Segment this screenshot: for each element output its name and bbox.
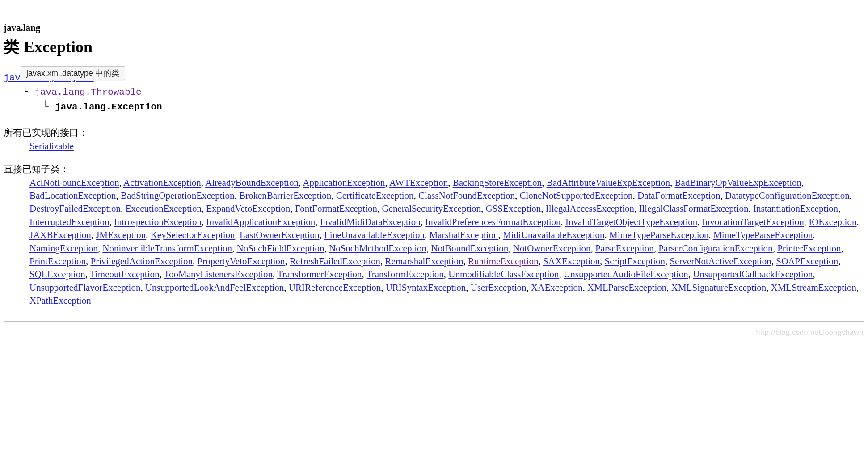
subclass-link[interactable]: XMLSignatureException [671, 282, 766, 293]
subclass-link[interactable]: UnmodifiableClassException [448, 269, 559, 280]
subclass-link[interactable]: InvalidMidiDataException [320, 217, 421, 227]
subclass-link[interactable]: KeySelectorException [151, 230, 235, 240]
subclass-link[interactable]: IllegalClassFormatException [639, 203, 749, 214]
subclass-link[interactable]: MarshalException [430, 230, 498, 240]
inheritance-link-throwable[interactable]: java.lang.Throwable [34, 87, 141, 97]
subclass-link[interactable]: GSSException [486, 203, 541, 214]
subclass-link[interactable]: DestroyFailedException [29, 203, 121, 214]
page-title: 类 Exception [4, 36, 864, 58]
subclass-link[interactable]: DatatypeConfigurationException [725, 190, 850, 201]
subclass-link[interactable]: PrinterException [777, 243, 841, 254]
subclass-link[interactable]: UnsupportedFlavorException [29, 282, 140, 293]
subclass-link[interactable]: ScriptException [605, 256, 665, 267]
javadoc-page: javax.xml.datatype 中的类 java.lang 类 Excep… [0, 0, 868, 339]
subclass-link[interactable]: NotBoundException [431, 243, 509, 254]
subclass-link[interactable]: DataFormatException [637, 190, 720, 201]
subclass-link[interactable]: PrivilegedActionException [90, 256, 193, 267]
watermark-text: http://blog.csdn.net/loongshawn [756, 329, 864, 337]
package-label: java.lang [4, 22, 864, 33]
subclass-link[interactable]: BadAttributeValueExpException [547, 177, 670, 188]
interface-link[interactable]: Serializable [29, 141, 74, 151]
subclass-link[interactable]: InstantiationException [753, 203, 838, 214]
subclass-link[interactable]: ApplicationException [303, 177, 385, 188]
subclass-link[interactable]: CloneNotSupportedException [519, 190, 632, 201]
subclass-link[interactable]: TooManyListenersException [164, 269, 273, 280]
subclass-link[interactable]: ParseException [595, 243, 654, 254]
subclass-link[interactable]: NotOwnerException [513, 243, 591, 254]
tree-branch-icon: └ [22, 86, 28, 97]
subclass-link[interactable]: AlreadyBoundException [205, 177, 299, 188]
subclass-link[interactable]: InvocationTargetException [702, 217, 804, 227]
subclass-link[interactable]: PropertyVetoException [198, 256, 285, 267]
subclass-link[interactable]: NoSuchFieldException [236, 243, 324, 254]
subclass-link[interactable]: FontFormatException [295, 203, 377, 214]
subclass-link[interactable]: NoSuchMethodException [329, 243, 426, 254]
subclass-link[interactable]: ExpandVetoException [206, 203, 290, 214]
subclass-link[interactable]: URIReferenceException [289, 282, 381, 293]
subclass-link[interactable]: TimeoutException [90, 269, 160, 280]
subclass-link[interactable]: SOAPException [776, 256, 838, 267]
subclass-link[interactable]: BadBinaryOpValueExpException [675, 177, 801, 188]
subclass-link[interactable]: BackingStoreException [453, 177, 542, 188]
subclass-link[interactable]: BrokenBarrierException [239, 190, 331, 201]
subclass-link[interactable]: NoninvertibleTransformException [102, 243, 232, 254]
subclass-link[interactable]: XMLStreamException [771, 282, 856, 293]
footer-divider [4, 321, 864, 322]
subclass-link[interactable]: SAXException [543, 256, 600, 267]
subclass-link[interactable]: XPathException [29, 295, 91, 306]
subclass-link[interactable]: InvalidTargetObjectTypeException [565, 217, 697, 227]
subclass-link[interactable]: IOException [809, 217, 856, 227]
subclass-link[interactable]: JMException [96, 230, 146, 240]
subclass-link[interactable]: AclNotFoundException [29, 177, 119, 188]
subclass-link[interactable]: UnsupportedLookAndFeelException [145, 282, 284, 293]
subclass-link[interactable]: SQLException [29, 269, 85, 280]
subclass-link[interactable]: ExecutionException [126, 203, 202, 214]
subclass-link[interactable]: InterruptedException [29, 217, 109, 227]
subclass-link[interactable]: IllegalAccessException [546, 203, 634, 214]
subclass-link[interactable]: IntrospectionException [114, 217, 202, 227]
subclass-link[interactable]: TransformerException [277, 269, 362, 280]
hover-tooltip: javax.xml.datatype 中的类 [21, 66, 125, 80]
subclass-link[interactable]: MidiUnavailableException [503, 230, 604, 240]
subclass-link[interactable]: JAXBException [29, 230, 91, 240]
subclass-link[interactable]: CertificateException [336, 190, 414, 201]
tree-branch-icon: └ [43, 101, 49, 112]
implemented-interfaces-list: Serializable [29, 140, 864, 153]
subclass-link[interactable]: NamingException [29, 243, 98, 254]
subclass-link[interactable]: RemarshalException [385, 256, 463, 267]
subclass-link[interactable]: UserException [471, 282, 527, 293]
subclass-link[interactable]: ActivationException [123, 177, 201, 188]
subclass-link[interactable]: InvalidPreferencesFormatException [425, 217, 560, 227]
subclass-link[interactable]: LineUnavailableException [324, 230, 425, 240]
inheritance-tree: java.lang.Object └ java.lang.Throwable └… [4, 71, 864, 114]
subclass-link[interactable]: PrintException [29, 256, 86, 267]
subclass-link[interactable]: XAException [531, 282, 582, 293]
subclass-link[interactable]: LastOwnerException [240, 230, 319, 240]
subclass-link[interactable]: ParserConfigurationException [658, 243, 772, 254]
subclass-link[interactable]: MimeTypeParseException [609, 230, 708, 240]
subclass-link[interactable]: AWTException [389, 177, 448, 188]
known-subclasses-heading: 直接已知子类： [4, 163, 864, 175]
subclass-link[interactable]: ClassNotFoundException [418, 190, 515, 201]
subclass-link[interactable]: UnsupportedCallbackException [693, 269, 813, 280]
subclass-link[interactable]: UnsupportedAudioFileException [564, 269, 688, 280]
known-subclasses-list: AclNotFoundException, ActivationExceptio… [29, 176, 864, 308]
subclass-link[interactable]: ServerNotActiveException [670, 256, 771, 267]
implemented-interfaces-heading: 所有已实现的接口： [4, 126, 864, 139]
inheritance-current-class: java.lang.Exception [55, 102, 162, 112]
subclass-link[interactable]: TransformException [367, 269, 444, 280]
subclass-link[interactable]: BadLocationException [29, 190, 116, 201]
subclass-link[interactable]: MimeTypeParseException [713, 230, 813, 240]
subclass-link[interactable]: URISyntaxException [386, 282, 466, 293]
subclass-link[interactable]: RefreshFailedException [290, 256, 380, 267]
subclass-link[interactable]: RuntimeException [468, 256, 538, 267]
subclass-link[interactable]: BadStringOperationException [121, 190, 234, 201]
subclass-link[interactable]: XMLParseException [587, 282, 666, 293]
subclass-link[interactable]: GeneralSecurityException [382, 203, 481, 214]
subclass-link[interactable]: InvalidApplicationException [206, 217, 315, 227]
